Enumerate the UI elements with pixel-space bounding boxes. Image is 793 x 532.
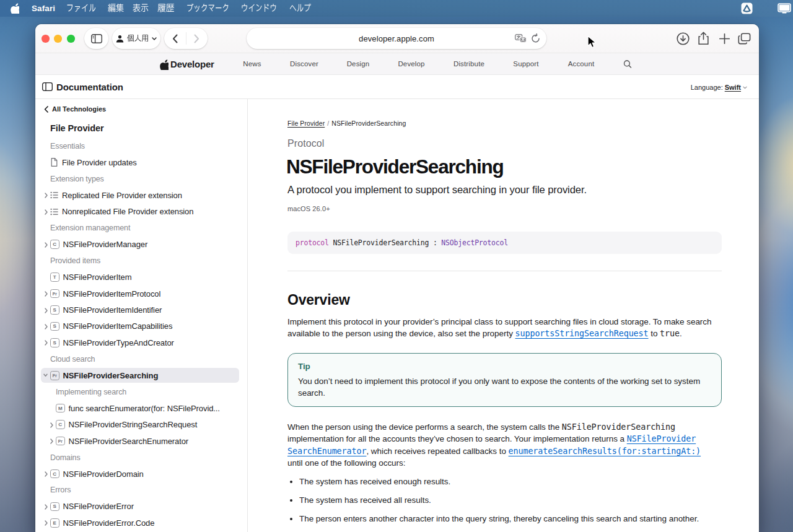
- sidebar-item[interactable]: TNSFileProviderItem: [50, 270, 131, 285]
- chevron-down-icon[interactable]: [43, 373, 48, 378]
- sidebar-item[interactable]: PrNSFileProviderItemProtocol: [50, 286, 160, 301]
- toolbar-sidebar-button[interactable]: [84, 28, 108, 49]
- back-button[interactable]: [165, 28, 186, 49]
- share-button[interactable]: [694, 30, 712, 47]
- sidebar-item[interactable]: SNSFileProviderError: [50, 499, 134, 514]
- site-nav-distribute[interactable]: Distribute: [453, 53, 484, 74]
- sidebar-item[interactable]: SNSFileProviderItemIdentifier: [50, 303, 162, 318]
- display-status-icon[interactable]: [778, 3, 791, 14]
- sidebar-item[interactable]: Nonreplicated File Provider extension: [50, 204, 193, 219]
- sidebar-item[interactable]: CNSFileProviderStringSearchRequest: [56, 417, 197, 432]
- site-nav-support[interactable]: Support: [513, 53, 538, 74]
- sidebar-item-label[interactable]: Replicated File Provider extension: [62, 191, 182, 200]
- chevron-right-icon[interactable]: [44, 291, 48, 297]
- site-nav-design[interactable]: Design: [347, 53, 370, 74]
- sidebar-item[interactable]: PrNSFileProviderSearchEnumerator: [56, 434, 188, 448]
- sidebar-item-label[interactable]: NSFileProviderItem: [63, 273, 132, 282]
- sidebar-item[interactable]: SNSFileProviderTypeAndCreator: [50, 335, 174, 350]
- menubar-item-file[interactable]: [66, 4, 96, 13]
- sidebar-section-label: Cloud search: [50, 355, 95, 364]
- inline-code-link[interactable]: SearchEnumerator: [287, 447, 366, 456]
- sidebar-item[interactable]: ENSFileProviderError.Code: [50, 515, 154, 530]
- sidebar-item[interactable]: CNSFileProviderManager: [50, 237, 147, 252]
- chevron-right-icon[interactable]: [44, 242, 48, 248]
- translate-icon[interactable]: [515, 34, 527, 43]
- tab-overview-button[interactable]: [735, 30, 753, 47]
- sidebar-item[interactable]: CNSFileProviderDomain: [50, 466, 144, 481]
- site-nav-discover[interactable]: Discover: [290, 53, 318, 74]
- developer-logo[interactable]: Developer: [160, 53, 214, 75]
- sidebar-item-label[interactable]: NSFileProviderItemIdentifier: [63, 305, 162, 315]
- chevron-right-icon[interactable]: [44, 520, 48, 526]
- sidebar-item-label[interactable]: NSFileProviderItemCapabilities: [63, 321, 173, 331]
- sidebar-item-label[interactable]: File Provider updates: [62, 158, 137, 167]
- sidebar-item-label[interactable]: NSFileProviderSearching: [63, 371, 159, 380]
- sidebar-technology-title[interactable]: File Provider: [50, 123, 104, 133]
- chevron-right-icon[interactable]: [50, 422, 54, 428]
- doc-sidebar-toggle-icon[interactable]: [42, 82, 53, 91]
- chevron-right-icon[interactable]: [44, 471, 48, 477]
- sidebar-item[interactable]: PrNSFileProviderSearching: [41, 368, 239, 383]
- site-search-button[interactable]: [624, 60, 632, 68]
- sidebar-item[interactable]: Replicated File Provider extension: [50, 188, 182, 203]
- site-nav-account[interactable]: Account: [568, 53, 595, 74]
- close-window-button[interactable]: [42, 35, 50, 43]
- sidebar-item[interactable]: Mfunc searchEnumerator(for: NSFileProvid…: [56, 401, 220, 416]
- zoom-window-button[interactable]: [67, 35, 75, 43]
- sidebar-section-label: Domains: [50, 453, 81, 462]
- symbol-icon-C: C: [50, 469, 59, 479]
- apple-menu-icon[interactable]: [11, 3, 19, 14]
- sidebar-item-label[interactable]: NSFileProviderManager: [63, 240, 148, 249]
- chevron-right-icon[interactable]: [44, 504, 48, 510]
- downloads-button[interactable]: [674, 30, 691, 47]
- decl-token-type[interactable]: NSObjectProtocol: [441, 238, 508, 247]
- reload-icon[interactable]: [531, 33, 540, 43]
- sidebar-item[interactable]: File Provider updates: [50, 155, 137, 170]
- menubar-item-history[interactable]: [157, 4, 175, 13]
- inline-code-link[interactable]: supportsStringSearchRequest: [515, 329, 649, 338]
- sidebar-item-label[interactable]: NSFileProviderTypeAndCreator: [63, 338, 174, 347]
- text-run: available to the person using the device…: [287, 329, 515, 338]
- profile-button[interactable]: [112, 28, 160, 49]
- sidebar-item-label[interactable]: NSFileProviderStringSearchRequest: [69, 420, 198, 429]
- sidebar-item-label[interactable]: NSFileProviderItemProtocol: [63, 289, 161, 299]
- minimize-window-button[interactable]: [54, 35, 62, 43]
- sidebar-section-header: Cloud search: [50, 352, 95, 367]
- breadcrumb-parent-link[interactable]: File Provider: [287, 120, 325, 127]
- address-bar[interactable]: developer.apple.com: [247, 28, 546, 49]
- decl-token-plain: [329, 238, 333, 247]
- menubar-app-name[interactable]: Safari: [32, 4, 55, 13]
- new-tab-button[interactable]: [716, 30, 733, 47]
- sidebar-section-header: Implementing search: [56, 385, 126, 399]
- inline-code-link[interactable]: NSFileProvider: [627, 434, 696, 443]
- site-nav-develop[interactable]: Develop: [398, 53, 424, 74]
- tip-label: Tip: [298, 362, 711, 371]
- chevron-right-icon[interactable]: [44, 340, 48, 346]
- chevron-right-icon[interactable]: [44, 193, 48, 198]
- site-nav-news[interactable]: News: [243, 53, 261, 74]
- menubar-item-bookmarks[interactable]: [186, 4, 229, 13]
- inline-code-link[interactable]: enumerateSearchResults(for:startingAt:): [509, 447, 701, 456]
- menubar-item-help[interactable]: [289, 4, 311, 13]
- forward-button[interactable]: [186, 28, 208, 49]
- sidebar-item-label[interactable]: func searchEnumerator(for: NSFileProvid.…: [69, 404, 220, 413]
- menubar-item-edit[interactable]: [108, 4, 124, 13]
- menubar-item-window[interactable]: [241, 4, 277, 13]
- all-technologies-link[interactable]: All Technologies: [44, 105, 106, 113]
- text-run: until one of the following occurs:: [287, 458, 405, 468]
- chevron-right-icon[interactable]: [44, 209, 48, 215]
- chevron-right-icon[interactable]: [44, 324, 48, 329]
- sidebar-item-label[interactable]: NSFileProviderDomain: [63, 469, 144, 479]
- sidebar-item[interactable]: SNSFileProviderItemCapabilities: [50, 319, 172, 334]
- chevron-right-icon[interactable]: [50, 438, 54, 444]
- sidebar-item-label[interactable]: NSFileProviderError.Code: [63, 518, 155, 528]
- sidebar-item-label[interactable]: Nonreplicated File Provider extension: [62, 207, 193, 216]
- sidebar-item-label[interactable]: NSFileProviderError: [63, 502, 134, 511]
- drive-status-icon[interactable]: [741, 2, 753, 14]
- bullet-item: The system has received all results.: [287, 494, 699, 506]
- sidebar-section-label: Essentials: [50, 142, 85, 150]
- chevron-right-icon[interactable]: [44, 308, 48, 313]
- menubar-item-view[interactable]: [133, 4, 149, 13]
- language-value-link[interactable]: Swift: [725, 84, 741, 91]
- sidebar-item-label[interactable]: NSFileProviderSearchEnumerator: [69, 437, 189, 446]
